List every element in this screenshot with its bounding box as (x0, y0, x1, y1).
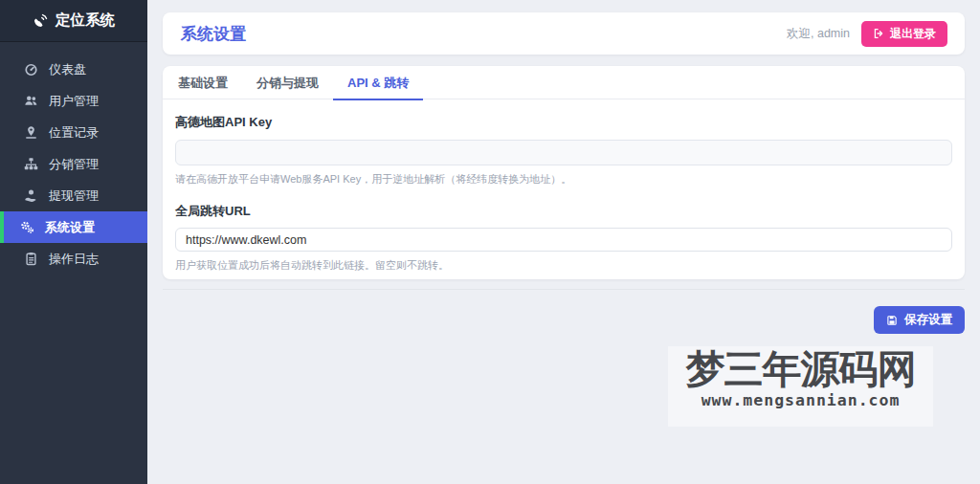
page-header: 系统设置 欢迎, admin 退出登录 (163, 12, 965, 55)
sidebar-item-distribution[interactable]: 分销管理 (0, 148, 147, 180)
logout-button[interactable]: 退出登录 (861, 21, 947, 47)
tab-basic-settings[interactable]: 基础设置 (164, 66, 242, 99)
sidebar-item-label: 操作日志 (49, 251, 99, 268)
amap-key-label: 高德地图API Key (175, 114, 952, 131)
redirect-url-input[interactable] (175, 228, 952, 252)
users-icon (24, 94, 38, 108)
sidebar-item-label: 系统设置 (45, 219, 95, 236)
amap-key-field: 高德地图API Key 请在高德开放平台申请Web服务API Key，用于逆地址… (175, 114, 952, 187)
app-title: 定位系统 (56, 11, 115, 31)
sidebar-item-users[interactable]: 用户管理 (0, 85, 147, 117)
sidebar-item-label: 用户管理 (49, 93, 99, 110)
main-content: 系统设置 欢迎, admin 退出登录 基础设置 (147, 0, 980, 484)
save-label: 保存设置 (904, 312, 952, 328)
app-window: 定位系统 仪表盘 (0, 0, 980, 484)
amap-key-input[interactable] (175, 140, 952, 165)
sidebar-item-label: 仪表盘 (49, 61, 86, 78)
sidebar-item-label: 分销管理 (49, 156, 99, 173)
sidebar-item-logs[interactable]: 操作日志 (0, 243, 147, 275)
map-marker-icon (24, 125, 38, 140)
clipboard-icon (24, 252, 38, 266)
tab-api-redirect[interactable]: API & 跳转 (333, 66, 423, 99)
app-logo: 定位系统 (0, 0, 147, 42)
sidebar: 定位系统 仪表盘 (0, 0, 147, 484)
amap-key-help: 请在高德开放平台申请Web服务API Key，用于逆地址解析（将经纬度转换为地址… (175, 172, 952, 187)
sidebar-item-label: 提现管理 (49, 187, 99, 205)
hand-holding-money-icon (24, 188, 38, 203)
sidebar-item-settings[interactable]: 系统设置 (0, 211, 147, 243)
redirect-url-label: 全局跳转URL (175, 203, 952, 220)
welcome-text: 欢迎, admin (787, 26, 850, 42)
section-divider (163, 289, 965, 290)
page-title: 系统设置 (181, 23, 246, 45)
sidebar-item-locations[interactable]: 位置记录 (0, 117, 147, 148)
sidebar-nav: 仪表盘 用户管理 (0, 42, 147, 275)
save-settings-button[interactable]: 保存设置 (874, 306, 965, 334)
redirect-url-field: 全局跳转URL 用户获取位置成功后将自动跳转到此链接。留空则不跳转。 (175, 203, 952, 273)
settings-tabs: 基础设置 分销与提现 API & 跳转 (163, 66, 965, 99)
redirect-url-help: 用户获取位置成功后将自动跳转到此链接。留空则不跳转。 (175, 258, 952, 273)
tab-distribution-withdrawal[interactable]: 分销与提现 (242, 66, 333, 99)
header-right: 欢迎, admin 退出登录 (787, 21, 947, 47)
save-row: 保存设置 (163, 306, 965, 334)
sidebar-item-label: 位置记录 (49, 124, 99, 142)
sidebar-item-withdrawals[interactable]: 提现管理 (0, 180, 147, 211)
sign-out-icon (873, 28, 884, 39)
cogs-icon (20, 220, 34, 234)
logout-label: 退出登录 (890, 26, 936, 42)
tab-panel-api-redirect: 高德地图API Key 请在高德开放平台申请Web服务API Key，用于逆地址… (163, 99, 965, 273)
settings-card: 基础设置 分销与提现 API & 跳转 高德地图API Key 请在高德开放平台… (163, 66, 965, 279)
satellite-dish-icon (33, 13, 48, 29)
sidebar-item-dashboard[interactable]: 仪表盘 (0, 54, 147, 85)
save-icon (886, 315, 898, 326)
tachometer-icon (24, 62, 38, 77)
sitemap-icon (24, 157, 38, 171)
